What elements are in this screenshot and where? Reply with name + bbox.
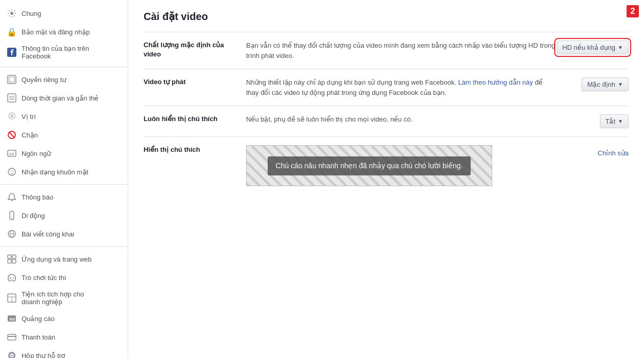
svg-rect-21 (8, 255, 11, 258)
setting-row-hien-chu-thich: Hiển thị chú thích Chú cáo nâu nhanh nhẹ… (144, 137, 629, 194)
sidebar-item-label: Ngôn ngữ (22, 150, 51, 157)
setting-row-video-tu-phat: Video tự phát Những thiết lập này chỉ áp… (144, 69, 629, 106)
svg-rect-3 (9, 77, 14, 82)
setting-action-chat-luong: HD nếu khả dụng ▼ (557, 41, 629, 54)
hd-quality-value: HD nếu khả dụng (562, 44, 616, 51)
setting-row-luon-hien: Luôn hiển thị chú thích Nếu bật, phụ đề … (144, 106, 629, 137)
lock-icon: 🔒 (6, 26, 17, 37)
svg-rect-24 (12, 260, 16, 263)
sidebar-item-tien-ich[interactable]: Tiện ích tích hợp chodoanh nghiệp (0, 287, 128, 309)
sidebar-item-label: Thanh toán (22, 333, 55, 341)
sidebar-item-thong-tin[interactable]: Thông tin của bạn trênFacebook (0, 41, 128, 64)
captions-always-value: Tắt (606, 117, 616, 125)
dropdown-arrow-icon: ▼ (618, 82, 623, 87)
annotation-badge-2: 2 (627, 5, 639, 17)
sidebar-divider (0, 184, 128, 185)
sidebar-item-vi-tri[interactable]: Ⓐ Vị trí (0, 107, 128, 126)
autoplay-guide-link[interactable]: Làm theo hướng dẫn này (458, 78, 533, 86)
sidebar-item-nhan-dang[interactable]: Nhận dạng khuôn mặt (0, 163, 128, 181)
sidebar-item-dong-thoi-gian[interactable]: Dòng thời gian và gắn thẻ (0, 89, 128, 107)
sidebar-item-label: Dòng thời gian và gắn thẻ (22, 94, 98, 102)
face-icon (6, 166, 17, 177)
setting-label-hien-chu-thich: Hiển thị chú thích (144, 145, 246, 154)
dropdown-arrow-icon: ▼ (618, 45, 623, 50)
setting-action-video-tu-phat: Mặc định ▼ (557, 77, 629, 91)
business-icon (6, 292, 17, 304)
games-icon (6, 272, 17, 283)
setting-action-hien-chu-thich: Chỉnh sửa (557, 145, 629, 157)
main-content: 2 Cài đặt video Chất lượng mặc định của … (128, 0, 644, 358)
sidebar-item-label: Chung (22, 10, 41, 17)
setting-description-video-tu-phat: Những thiết lập này chỉ áp dụng khi bạn … (246, 77, 557, 97)
sidebar-item-label: Bài viết công khai (22, 230, 74, 238)
public-post-icon (6, 228, 17, 240)
language-icon: AB (6, 148, 17, 159)
sidebar-item-bai-viet[interactable]: Bài viết công khai (0, 225, 128, 243)
caption-tooltip: Chú cáo nâu nhanh nhẹn đã nhảy qua chú c… (268, 156, 471, 175)
sidebar-item-thanh-toan[interactable]: Thanh toán (0, 328, 128, 346)
location-icon: Ⓐ (6, 111, 17, 122)
sidebar-item-label: Quyền riêng tư (22, 76, 66, 84)
svg-text:AB: AB (9, 152, 14, 156)
sidebar-divider (0, 67, 128, 67)
apps-icon (6, 253, 17, 265)
autoplay-dropdown[interactable]: Mặc định ▼ (581, 77, 629, 91)
svg-line-9 (9, 132, 15, 138)
setting-row-chat-luong: Chất lượng mặc định của video Bạn vẫn có… (144, 32, 629, 69)
sidebar-item-label: Trò chơi tức thì (22, 274, 66, 282)
edit-caption-link[interactable]: Chỉnh sửa (598, 149, 629, 157)
privacy-icon (6, 74, 17, 85)
setting-description-hien-chu-thich: Chú cáo nâu nhanh nhẹn đã nhảy qua chú c… (246, 145, 557, 186)
sidebar-item-label: Thông tin của bạn trênFacebook (22, 45, 89, 60)
sidebar-item-label: Quảng cáo (22, 315, 54, 323)
support-icon (6, 350, 17, 358)
chung-icon (6, 8, 17, 19)
setting-label-video-tu-phat: Video tự phát (144, 77, 246, 87)
sidebar-item-tro-choi[interactable]: Trò chơi tức thì (0, 268, 128, 287)
svg-rect-22 (12, 255, 16, 258)
svg-rect-33 (8, 334, 16, 340)
setting-label-luon-hien: Luôn hiển thị chú thích (144, 114, 246, 124)
svg-rect-2 (8, 75, 16, 84)
sidebar: Chung 🔒 Bảo mật và đăng nhập Thông tin c… (0, 0, 128, 358)
svg-point-37 (11, 355, 13, 356)
hd-quality-dropdown[interactable]: HD nếu khả dụng ▼ (557, 41, 629, 54)
svg-point-27 (13, 277, 14, 279)
dropdown-arrow-icon: ▼ (618, 118, 623, 124)
sidebar-item-label: Chặn (22, 131, 38, 139)
facebook-icon (6, 47, 17, 58)
timeline-icon (6, 92, 17, 104)
setting-description-luon-hien: Nếu bật, phụ đề sẽ luôn hiển thị cho mọi… (246, 114, 557, 125)
sidebar-item-di-dong[interactable]: Di động (0, 206, 128, 225)
setting-action-luon-hien: Tắt ▼ (557, 114, 629, 128)
setting-label-chat-luong: Chất lượng mặc định của video (144, 41, 246, 59)
notification-icon (6, 191, 17, 203)
sidebar-item-thong-bao[interactable]: Thông báo (0, 188, 128, 206)
svg-point-17 (11, 217, 12, 218)
svg-point-13 (10, 171, 11, 172)
sidebar-item-chan[interactable]: Chặn (0, 126, 128, 144)
sidebar-item-label: Nhận dạng khuôn mặt (22, 168, 88, 176)
sidebar-item-ung-dung[interactable]: Ứng dụng và trang web (0, 250, 128, 268)
sidebar-item-hop-thu[interactable]: Hộp thư hỗ trợ (0, 346, 128, 358)
svg-point-14 (13, 171, 14, 172)
svg-text:AD: AD (9, 317, 15, 322)
sidebar-item-label: Vị trí (22, 113, 36, 121)
sidebar-item-chung[interactable]: Chung (0, 4, 128, 23)
sidebar-item-bao-mat[interactable]: 🔒 Bảo mật và đăng nhập (0, 23, 128, 41)
sidebar-item-label: Ứng dụng và trang web (22, 255, 92, 263)
svg-point-15 (11, 200, 13, 202)
page-title: Cài đặt video (144, 10, 629, 23)
sidebar-item-label: Bảo mật và đăng nhập (22, 28, 90, 36)
sidebar-item-quang-cao[interactable]: AD Quảng cáo (0, 309, 128, 328)
description-text-1: Những thiết lập này chỉ áp dụng khi bạn … (246, 78, 458, 86)
caption-preview-area: Chú cáo nâu nhanh nhẹn đã nhảy qua chú c… (246, 145, 492, 186)
svg-point-0 (10, 12, 13, 15)
sidebar-item-label: Di động (22, 212, 45, 220)
sidebar-item-ngon-ngu[interactable]: AB Ngôn ngữ (0, 144, 128, 163)
autoplay-value: Mặc định (587, 81, 615, 88)
sidebar-divider (0, 246, 128, 247)
sidebar-item-quyen-rieng-tu[interactable]: Quyền riêng tư (0, 70, 128, 89)
svg-point-12 (8, 168, 15, 175)
captions-always-dropdown[interactable]: Tắt ▼ (600, 114, 629, 128)
